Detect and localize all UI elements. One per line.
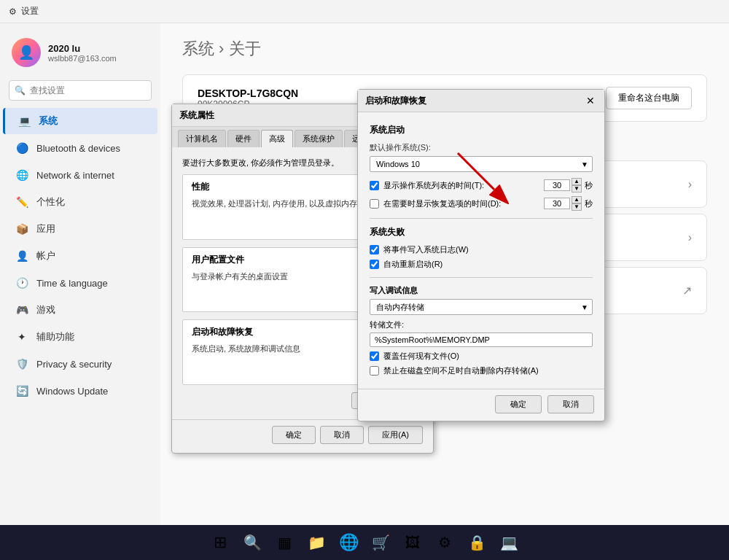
overwrite-label: 覆盖任何现有文件(O) (383, 351, 459, 362)
update-icon: 🔄 (15, 384, 29, 398)
sidebar-item-apps[interactable]: 📦 应用 (3, 216, 157, 242)
startup-dialog-content: 系统启动 默认操作系统(S): Windows 10 ▼ 显示操作系统列表的时间… (358, 112, 604, 389)
auto-restart-label: 自动重新启动(R) (383, 259, 443, 270)
gaming-icon: 🎮 (15, 303, 29, 317)
accessibility-icon: ✦ (15, 330, 29, 344)
sidebar-user: 👤 2020 lu wslbb87@163.com (0, 31, 160, 74)
external-link-icon: ↗ (682, 284, 692, 298)
dump-file-input[interactable] (370, 332, 593, 347)
photos-button[interactable]: 🖼 (398, 528, 427, 557)
default-os-select-wrap: Windows 10 ▼ (370, 156, 593, 172)
write-event-label: 将事件写入系统日志(W) (383, 244, 469, 255)
startup-dialog-titlebar: 启动和故障恢复 ✕ (358, 90, 604, 112)
chevron-right-icon: › (688, 178, 692, 191)
show-recovery-label: 在需要时显示恢复选项的时间(D): (383, 198, 538, 209)
auto-restart-checkbox[interactable] (370, 260, 379, 269)
disable-low-space-label: 禁止在磁盘空间不足时自动删除内存转储(A) (383, 365, 539, 376)
user-email: wslbb87@163.com (48, 54, 117, 63)
tab-advanced[interactable]: 高级 (261, 130, 293, 147)
sidebar-item-label: 应用 (36, 222, 55, 236)
system-failure-title: 系统失败 (370, 226, 593, 238)
bluetooth-icon: 🔵 (15, 141, 29, 155)
taskbar: ⊞ 🔍 ▦ 📁 🌐 🛒 🖼 ⚙ 🔒 💻 (0, 525, 729, 560)
show-list-time-input-wrap: ▲ ▼ 秒 (544, 178, 593, 192)
sys-props-apply-button[interactable]: 应用(A) (368, 426, 423, 444)
search-taskbar-button[interactable]: 🔍 (238, 528, 267, 557)
sidebar: 👤 2020 lu wslbb87@163.com 🔍 💻 系统 🔵 Bluet… (0, 23, 160, 525)
sidebar-item-gaming[interactable]: 🎮 游戏 (3, 297, 157, 323)
store-button[interactable]: 🛒 (366, 528, 395, 557)
default-os-select[interactable]: Windows 10 (370, 156, 593, 172)
sidebar-search-container: 🔍 (9, 80, 152, 101)
show-list-seconds-input[interactable] (544, 179, 570, 191)
sidebar-item-accessibility[interactable]: ✦ 辅助功能 (3, 324, 157, 350)
app-icon-10[interactable]: 💻 (494, 528, 523, 557)
rename-button[interactable]: 重命名这台电脑 (606, 87, 692, 109)
disable-low-space-checkbox[interactable] (370, 366, 379, 376)
show-os-list-row: 显示操作系统列表的时间(T): ▲ ▼ 秒 (370, 178, 593, 192)
privacy-icon: 🛡️ (15, 357, 29, 371)
avatar: 👤 (12, 38, 41, 67)
start-button[interactable]: ⊞ (206, 528, 235, 557)
auto-restart-row: 自动重新启动(R) (370, 259, 593, 270)
sidebar-item-label: Network & internet (36, 170, 114, 181)
show-recovery-time-input-wrap: ▲ ▼ 秒 (544, 196, 593, 211)
default-os-label: 默认操作系统(S): (370, 142, 593, 153)
sidebar-item-system[interactable]: 💻 系统 (3, 108, 157, 134)
sidebar-item-label: Time & language (36, 278, 108, 289)
time-icon: 🕐 (15, 276, 29, 290)
file-explorer-button[interactable]: 📁 (302, 528, 331, 557)
show-os-list-checkbox[interactable] (370, 181, 379, 190)
apps-icon: 📦 (15, 222, 29, 236)
seconds-unit2: 秒 (585, 198, 593, 209)
search-icon: 🔍 (15, 85, 26, 96)
startup-dialog-close-button[interactable]: ✕ (584, 94, 597, 107)
increment-button[interactable]: ▲ (572, 196, 582, 203)
sidebar-item-accounts[interactable]: 👤 帐户 (3, 243, 157, 269)
edge-button[interactable]: 🌐 (334, 528, 363, 557)
sidebar-item-bluetooth[interactable]: 🔵 Bluetooth & devices (3, 135, 157, 161)
tab-computer-name[interactable]: 计算机名 (178, 130, 226, 147)
chevron-right-icon: › (688, 231, 692, 244)
show-recovery-row: 在需要时显示恢复选项的时间(D): ▲ ▼ 秒 (370, 196, 593, 211)
sidebar-item-label: Windows Update (36, 386, 108, 397)
security-button[interactable]: 🔒 (462, 528, 491, 557)
decrement-button[interactable]: ▼ (572, 203, 582, 211)
divider (370, 218, 593, 219)
show-os-list-label: 显示操作系统列表的时间(T): (383, 180, 538, 191)
sidebar-item-time[interactable]: 🕐 Time & language (3, 270, 157, 296)
startup-ok-button[interactable]: 确定 (495, 395, 542, 413)
overwrite-checkbox[interactable] (370, 351, 379, 361)
sidebar-item-privacy[interactable]: 🛡️ Privacy & security (3, 351, 157, 377)
taskbar-icons: ⊞ 🔍 ▦ 📁 🌐 🛒 🖼 ⚙ 🔒 💻 (206, 528, 523, 557)
sys-props-ok-button[interactable]: 确定 (272, 426, 316, 444)
dump-type-select-wrap: 自动内存转储 ▼ (370, 299, 593, 315)
show-list-seconds-spinner: ▲ ▼ (572, 178, 582, 192)
show-recovery-seconds-input[interactable] (544, 198, 570, 209)
write-event-checkbox[interactable] (370, 245, 379, 254)
sidebar-item-label: 辅助功能 (36, 330, 74, 343)
user-name: 2020 lu (48, 43, 117, 54)
increment-button[interactable]: ▲ (572, 178, 582, 185)
startup-recovery-dialog[interactable]: 启动和故障恢复 ✕ 系统启动 默认操作系统(S): Windows 10 ▼ 显… (357, 89, 605, 421)
sys-props-cancel-button[interactable]: 取消 (320, 426, 364, 444)
sidebar-item-label: 个性化 (36, 195, 65, 209)
show-recovery-seconds-spinner: ▲ ▼ (572, 196, 582, 211)
show-recovery-checkbox[interactable] (370, 199, 379, 209)
tab-system-protection[interactable]: 系统保护 (295, 130, 343, 147)
user-info: 2020 lu wslbb87@163.com (48, 43, 117, 63)
search-input[interactable] (9, 80, 152, 101)
sidebar-item-personalization[interactable]: ✏️ 个性化 (3, 189, 157, 215)
sidebar-item-update[interactable]: 🔄 Windows Update (3, 378, 157, 404)
task-view-button[interactable]: ▦ (270, 528, 299, 557)
startup-cancel-button[interactable]: 取消 (547, 395, 594, 413)
system-icon: 💻 (17, 114, 31, 128)
settings-taskbar-button[interactable]: ⚙ (430, 528, 459, 557)
decrement-button[interactable]: ▼ (572, 185, 582, 192)
tab-hardware[interactable]: 硬件 (227, 130, 260, 147)
dump-type-select[interactable]: 自动内存转储 (370, 299, 593, 315)
personalization-icon: ✏️ (15, 195, 29, 209)
disable-low-space-row: 禁止在磁盘空间不足时自动删除内存转储(A) (370, 365, 593, 376)
sys-props-title: 系统属性 (179, 109, 214, 122)
sidebar-item-network[interactable]: 🌐 Network & internet (3, 162, 157, 188)
